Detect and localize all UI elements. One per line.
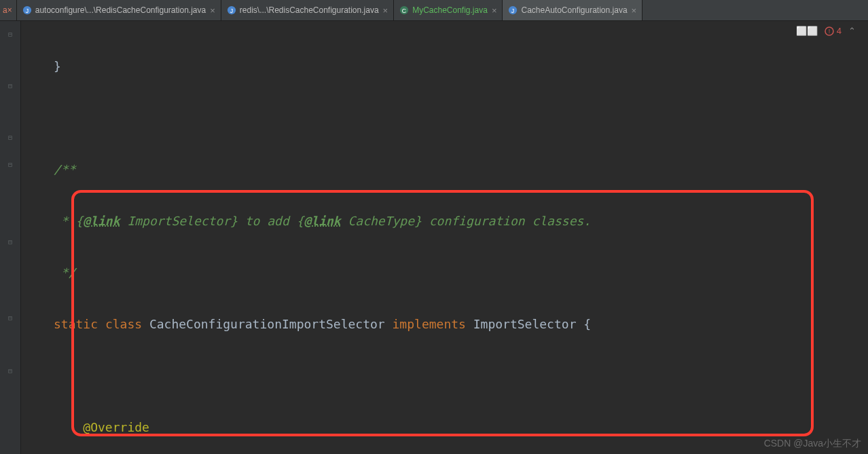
tab-partial-close[interactable]: a ×: [0, 0, 17, 20]
close-icon[interactable]: ×: [210, 5, 215, 16]
tab-0[interactable]: J autoconfigure\...\RedisCacheConfigurat…: [17, 0, 221, 20]
code-editor[interactable]: } /** * {@link ImportSelector} to add {@…: [21, 21, 868, 454]
tab-label: autoconfigure\...\RedisCacheConfiguratio…: [35, 5, 206, 15]
close-icon[interactable]: ×: [383, 5, 388, 16]
chevron-up-icon[interactable]: ⌃: [848, 26, 856, 36]
watermark: CSDN @Java小生不才: [764, 438, 861, 450]
svg-text:J: J: [230, 7, 233, 14]
tab-1[interactable]: J redis\...\RedisCacheConfiguration.java…: [221, 0, 394, 20]
tab-2[interactable]: C MyCacheConfig.java ×: [394, 0, 503, 20]
status-indicators: ⬜⬜ ! 4 ⌃: [796, 26, 856, 36]
class-decl: static class CacheConfigurationImportSel…: [54, 317, 591, 331]
svg-text:C: C: [402, 7, 406, 14]
tab-label: MyCacheConfig.java: [412, 5, 488, 15]
tab-3[interactable]: J CacheAutoConfiguration.java ×: [503, 0, 643, 20]
annotation: @Override: [83, 420, 149, 434]
fold-icon[interactable]: ⊟: [7, 31, 14, 37]
java-file-icon: J: [227, 5, 236, 15]
fold-icon[interactable]: ⊟: [7, 161, 14, 168]
svg-text:J: J: [511, 7, 514, 14]
tab-label: CacheAutoConfiguration.java: [521, 5, 627, 15]
code-text: }: [54, 59, 61, 73]
fold-icon[interactable]: ⊟: [7, 238, 14, 245]
reader-mode-icon[interactable]: ⬜⬜: [796, 26, 818, 36]
javadoc-line: * {@link ImportSelector} to add {@link C…: [54, 214, 591, 228]
java-file-icon: J: [508, 5, 518, 15]
java-class-icon: C: [399, 5, 409, 15]
close-icon[interactable]: ×: [632, 5, 637, 16]
javadoc-start: /**: [54, 162, 76, 176]
fold-icon[interactable]: ⊟: [7, 134, 14, 140]
gutter[interactable]: ⊟ ⊟ ⊟ ⊟ ⊟ ⊟ ⊟: [0, 21, 21, 454]
tab-label: redis\...\RedisCacheConfiguration.java: [240, 5, 379, 15]
fold-icon[interactable]: ⊟: [7, 314, 14, 321]
fold-icon[interactable]: ⊟: [7, 82, 14, 89]
tab-bar: a × J autoconfigure\...\RedisCacheConfig…: [0, 0, 868, 21]
close-icon[interactable]: ×: [492, 5, 497, 16]
javadoc-end: */: [54, 265, 76, 280]
svg-text:!: !: [829, 28, 831, 35]
error-count[interactable]: ! 4: [825, 26, 842, 36]
editor-area: ⊟ ⊟ ⊟ ⊟ ⊟ ⊟ ⊟ } /** * {@link ImportSelec…: [0, 21, 868, 454]
java-file-icon: J: [22, 5, 32, 15]
fold-icon[interactable]: ⊟: [7, 367, 14, 374]
svg-text:J: J: [26, 7, 29, 14]
